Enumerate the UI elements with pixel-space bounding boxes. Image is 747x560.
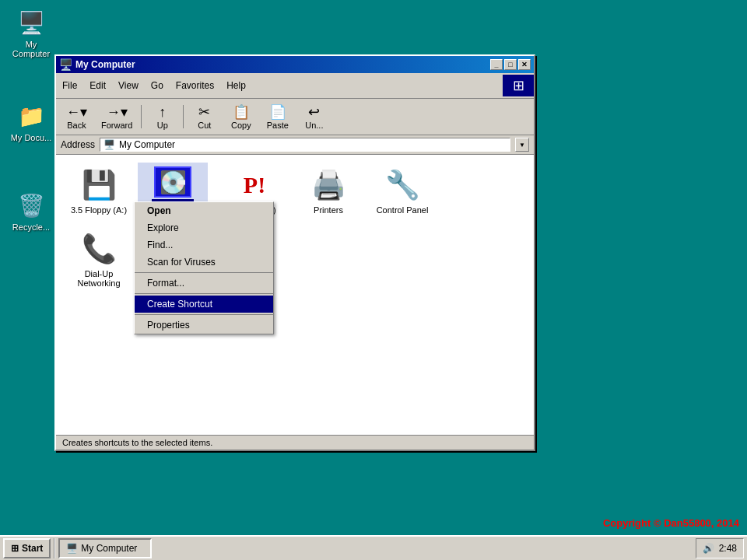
copyright-notice: Copyright © Dan55800, 2014 <box>603 517 739 529</box>
menu-edit[interactable]: Edit <box>83 79 112 93</box>
toolbar: ←▾ Back →▾ Forward ↑ Up ✂ Cut 📋 Copy <box>56 99 534 135</box>
ctx-find[interactable]: Find... <box>135 236 273 254</box>
paste-label: Paste <box>267 121 289 130</box>
my-computer-label: My Computer <box>7 40 55 58</box>
menu-bar: File Edit View Go Favorites Help ⊞ <box>56 73 534 99</box>
menu-go[interactable]: Go <box>145 79 170 93</box>
back-label: Back <box>67 121 86 130</box>
address-bar: Address 🖥️ My Computer ▼ <box>56 135 534 155</box>
printers-label: Printers <box>314 205 343 215</box>
forward-label: Forward <box>101 121 132 130</box>
menu-view[interactable]: View <box>112 79 145 93</box>
floppy-drive-label: 3.5 Floppy (A:) <box>71 205 127 215</box>
ctx-sep-3 <box>135 314 273 315</box>
address-field[interactable]: 🖥️ My Computer <box>100 138 510 152</box>
back-button[interactable]: ←▾ Back <box>59 101 94 132</box>
forward-icon: →▾ <box>107 103 128 121</box>
taskbar-system-tray: 🔊 2:48 <box>696 538 744 558</box>
windows-flag-icon: ⊞ <box>11 543 19 554</box>
my-documents-label: My Docu... <box>11 133 52 142</box>
clock: 2:48 <box>719 543 737 554</box>
paste-button[interactable]: 📄 Paste <box>260 101 295 132</box>
desktop: 🖥️ My Computer 📁 My Docu... 🗑️ Recycle..… <box>0 0 747 560</box>
undo-icon: ↩ <box>308 103 320 121</box>
address-icon: 🖥️ <box>103 139 115 150</box>
toolbar-separator-1 <box>141 105 142 128</box>
title-bar: 🖥️ My Computer _ □ ✕ <box>56 56 534 73</box>
recycle-bin-icon: 🗑️ <box>16 190 47 221</box>
printers-icon: 🖨️ <box>310 166 347 204</box>
my-documents-icon: 📁 <box>16 100 47 131</box>
menu-favorites[interactable]: Favorites <box>170 79 220 93</box>
taskbar-my-computer[interactable]: 🖥️ My Computer <box>58 538 152 558</box>
menu-help[interactable]: Help <box>220 79 252 93</box>
address-value: My Computer <box>119 139 175 150</box>
ctx-open[interactable]: Open <box>135 202 273 219</box>
start-button[interactable]: ⊞ Start <box>3 538 51 558</box>
floppy-drive-icon: 💾 <box>80 166 117 204</box>
taskbar-icon: 🖥️ <box>66 543 78 554</box>
ctx-properties[interactable]: Properties <box>135 317 273 334</box>
toolbar-separator-2 <box>183 105 184 128</box>
ctx-create-shortcut[interactable]: Create Shortcut <box>135 296 273 313</box>
paste-icon: 📄 <box>269 103 286 121</box>
window-icon: 🖥️ <box>59 58 72 71</box>
control-panel-label: Control Panel <box>377 205 429 215</box>
desktop-icon-my-documents[interactable]: 📁 My Docu... <box>4 97 58 145</box>
control-panel-folder[interactable]: 🔧 Control Panel <box>367 163 437 219</box>
copy-button[interactable]: 📋 Copy <box>223 101 258 132</box>
window-title: My Computer <box>75 59 135 70</box>
address-label: Address <box>61 139 95 150</box>
ctx-explore[interactable]: Explore <box>135 219 273 236</box>
plus98-icon: P! <box>236 166 273 204</box>
recycle-bin-label: Recycle... <box>12 222 50 232</box>
ctx-scan[interactable]: Scan for Viruses <box>135 254 273 271</box>
up-label: Up <box>157 121 168 130</box>
copy-icon: 📋 <box>233 103 250 121</box>
up-button[interactable]: ↑ Up <box>145 101 180 132</box>
address-dropdown[interactable]: ▼ <box>515 138 529 152</box>
undo-button[interactable]: ↩ Un... <box>296 101 331 132</box>
menu-file[interactable]: File <box>56 79 83 93</box>
my-computer-window: 🖥️ My Computer _ □ ✕ File Edit View Go F… <box>54 54 535 451</box>
cut-label: Cut <box>198 121 211 130</box>
floppy-drive[interactable]: 💾 3.5 Floppy (A:) <box>64 163 134 219</box>
content-area: 💾 3.5 Floppy (A:) 💽 Msdos710 P! Plu+98 (… <box>56 155 534 435</box>
printers-folder[interactable]: 🖨️ Printers <box>293 163 363 219</box>
close-button[interactable]: ✕ <box>518 59 531 70</box>
taskbar: ⊞ Start 🖥️ My Computer 🔊 2:48 <box>0 535 747 560</box>
forward-button[interactable]: →▾ Forward <box>96 101 138 132</box>
ctx-sep-2 <box>135 293 273 294</box>
back-icon: ←▾ <box>66 103 87 121</box>
desktop-icon-my-computer[interactable]: 🖥️ My Computer <box>4 4 58 61</box>
up-icon: ↑ <box>159 103 166 121</box>
control-panel-icon: 🔧 <box>384 166 421 204</box>
my-computer-icon: 🖥️ <box>16 7 47 38</box>
title-bar-left: 🖥️ My Computer <box>59 58 135 71</box>
desktop-icon-recycle-bin[interactable]: 🗑️ Recycle... <box>4 187 58 235</box>
status-bar: Creates shortcuts to the selected items. <box>56 435 534 450</box>
dialup-networking[interactable]: 📞 Dial-UpNetworking <box>64 226 134 292</box>
maximize-button[interactable]: □ <box>504 59 517 70</box>
taskbar-separator <box>54 538 55 558</box>
start-label: Start <box>22 543 43 554</box>
volume-icon[interactable]: 🔊 <box>703 543 714 554</box>
title-bar-buttons: _ □ ✕ <box>490 59 531 70</box>
dialup-icon: 📞 <box>80 230 117 268</box>
context-menu: Open Explore Find... Scan for Viruses Fo… <box>134 201 274 334</box>
msdos-icon: 💽 <box>154 166 191 198</box>
taskbar-window-label: My Computer <box>81 543 137 554</box>
cut-button[interactable]: ✂ Cut <box>187 101 222 132</box>
dialup-label: Dial-UpNetworking <box>77 269 120 288</box>
minimize-button[interactable]: _ <box>490 59 503 70</box>
undo-label: Un... <box>305 121 323 130</box>
ctx-format[interactable]: Format... <box>135 275 273 292</box>
status-text: Creates shortcuts to the selected items. <box>62 438 212 447</box>
windows-logo: ⊞ <box>503 75 534 96</box>
ctx-sep-1 <box>135 272 273 273</box>
cut-icon: ✂ <box>198 103 210 121</box>
copy-label: Copy <box>231 121 251 130</box>
